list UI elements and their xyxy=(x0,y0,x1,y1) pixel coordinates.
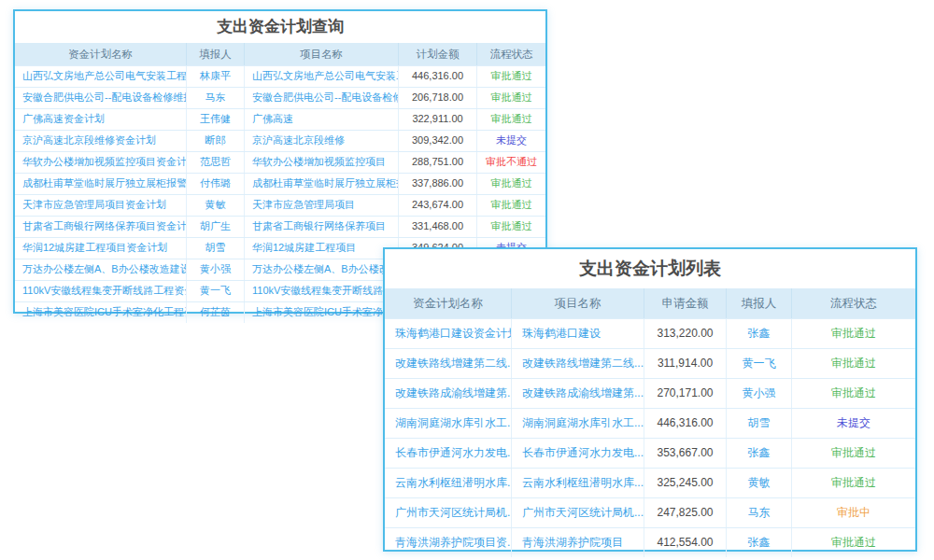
cell-project-name: 上海市美容医院ICU手术室净化 xyxy=(244,302,398,323)
cell-project-name: 长春市伊通河水力发电... xyxy=(511,439,644,468)
query-column-header-planned-amount: 计划金额 xyxy=(398,43,476,65)
cell-reporter: 黄敏 xyxy=(726,469,791,497)
cell-plan-name: 上海市美容医院ICU手术室净化工程资 xyxy=(15,302,186,323)
cell-plan-name: 安徽合肥供电公司--配电设备检修维护 xyxy=(15,88,186,108)
list-column-header-request-amount: 申请金额 xyxy=(644,288,726,318)
cell-status: 审批通过 xyxy=(476,195,545,216)
cell-reporter: 黄小强 xyxy=(186,259,244,280)
status-badge: 审批通过 xyxy=(491,220,532,231)
cell-plan-name: 华润12城房建工程项目资金计划 xyxy=(15,238,186,259)
cell-plan-name: 广佛高速资金计划 xyxy=(15,109,186,130)
cell-planned-amount: 288,751.00 xyxy=(398,152,476,173)
query-table-row[interactable]: 甘肃省工商银行网络保养项目资金计划 胡广生 甘肃省工商银行网络保养项目 331,… xyxy=(15,216,545,237)
list-column-header-project-name: 项目名称 xyxy=(511,288,644,318)
query-column-header-plan-name: 资金计划名称 xyxy=(15,43,186,65)
cell-plan-name: 成都杜甫草堂临时展厅独立展柜报警设 xyxy=(15,174,186,194)
cell-status: 未提交 xyxy=(476,131,545,151)
status-badge: 审批通过 xyxy=(491,91,532,103)
cell-reporter: 张鑫 xyxy=(726,439,791,468)
page: 支出资金计划查询 资金计划名称 填报人 项目名称 计划金额 流程状态 山西弘文房… xyxy=(0,0,934,560)
cell-project-name: 广佛高速 xyxy=(244,109,398,130)
status-badge: 审批中 xyxy=(837,506,870,519)
query-table-row[interactable]: 天津市应急管理局项目资金计划 黄敏 天津市应急管理局项目 243,674.00 … xyxy=(15,194,545,216)
cell-project-name: 改建铁路成渝线增建第... xyxy=(511,379,644,408)
status-badge: 审批不通过 xyxy=(486,156,537,167)
status-badge: 审批通过 xyxy=(831,536,876,549)
query-column-header-status: 流程状态 xyxy=(476,43,545,65)
cell-plan-name: 万达办公楼左侧A、B办公楼改造建设 xyxy=(15,259,186,280)
cell-plan-name: 京沪高速北京段维修资金计划 xyxy=(15,131,186,151)
cell-request-amount: 446,316.00 xyxy=(644,409,726,438)
cell-planned-amount: 331,468.00 xyxy=(398,217,476,237)
list-column-header-status: 流程状态 xyxy=(791,288,915,318)
cell-plan-name: 改建铁路成渝线增建第... xyxy=(385,379,511,408)
cell-status: 审批通过 xyxy=(791,469,915,497)
cell-project-name: 华润12城房建工程项目 xyxy=(244,238,398,259)
query-table-row[interactable]: 成都杜甫草堂临时展厅独立展柜报警设 付伟璐 成都杜甫草堂临时展厅独立展柜报警 3… xyxy=(15,173,545,194)
list-table-row[interactable]: 改建铁路线增建第二线... 改建铁路线增建第二线... 311,914.00 黄… xyxy=(385,348,915,378)
cell-plan-name: 甘肃省工商银行网络保养项目资金计划 xyxy=(15,217,186,237)
cell-plan-name: 广州市天河区统计局机... xyxy=(385,498,511,527)
cell-project-name: 广州市天河区统计局机... xyxy=(511,498,644,527)
cell-reporter: 胡雪 xyxy=(726,409,791,438)
list-table-row[interactable]: 湖南洞庭湖水库引水工... 湖南洞庭湖水库引水工... 446,316.00 胡… xyxy=(385,408,915,438)
cell-project-name: 湖南洞庭湖水库引水工... xyxy=(511,409,644,438)
cell-project-name: 青海洪湖养护院项目 xyxy=(511,528,644,557)
list-panel-title: 支出资金计划列表 xyxy=(385,249,915,288)
cell-reporter: 黄敏 xyxy=(186,195,244,216)
cell-project-name: 京沪高速北京段维修 xyxy=(244,131,398,151)
cell-reporter: 林康平 xyxy=(186,66,244,87)
cell-project-name: 天津市应急管理局项目 xyxy=(244,195,398,216)
list-table-row[interactable]: 改建铁路成渝线增建第... 改建铁路成渝线增建第... 270,171.00 黄… xyxy=(385,378,915,408)
cell-reporter: 断郎 xyxy=(186,131,244,151)
cell-status: 审批通过 xyxy=(791,379,915,408)
cell-reporter: 马东 xyxy=(726,498,791,527)
cell-planned-amount: 206,718.00 xyxy=(398,88,476,108)
cell-reporter: 王伟健 xyxy=(186,109,244,130)
query-table-row[interactable]: 广佛高速资金计划 王伟健 广佛高速 322,911.00 审批通过 xyxy=(15,108,545,130)
cell-status: 审批通过 xyxy=(476,66,545,87)
status-badge: 审批通过 xyxy=(491,177,532,189)
cell-status: 审批通过 xyxy=(791,319,915,348)
list-column-header-reporter: 填报人 xyxy=(726,288,791,318)
cell-reporter: 马东 xyxy=(186,88,244,108)
cell-plan-name: 改建铁路线增建第二线... xyxy=(385,349,511,378)
cell-plan-name: 110kV安徽线程集变开断线路工程资金 xyxy=(15,281,186,301)
cell-plan-name: 湖南洞庭湖水库引水工... xyxy=(385,409,511,438)
cell-status: 审批通过 xyxy=(791,528,915,557)
cell-reporter: 黄一飞 xyxy=(186,281,244,301)
cell-plan-name: 华软办公楼增加视频监控项目资金计划 xyxy=(15,152,186,173)
cell-status: 审批中 xyxy=(791,498,915,527)
cell-project-name: 安徽合肥供电公司--配电设备检修维护 xyxy=(244,88,398,108)
cell-project-name: 山西弘文房地产总公司电气安装工程 xyxy=(244,66,398,87)
cell-planned-amount: 337,886.00 xyxy=(398,174,476,194)
query-panel-title: 支出资金计划查询 xyxy=(15,11,545,43)
list-table-row[interactable]: 青海洪湖养护院项目资... 青海洪湖养护院项目 412,554.00 张鑫 审批… xyxy=(385,527,915,557)
status-badge: 审批通过 xyxy=(491,199,532,210)
query-table-row[interactable]: 华软办公楼增加视频监控项目资金计划 范思哲 华软办公楼增加视频监控项目 288,… xyxy=(15,151,545,173)
cell-reporter: 张鑫 xyxy=(726,528,791,557)
list-table: 资金计划名称 项目名称 申请金额 填报人 流程状态 珠海鹤港口建设资金计划 珠海… xyxy=(385,288,915,557)
cell-reporter: 胡雪 xyxy=(186,238,244,259)
cell-reporter: 黄小强 xyxy=(726,379,791,408)
cell-project-name: 珠海鹤港口建设 xyxy=(511,319,644,348)
cell-planned-amount: 309,342.00 xyxy=(398,131,476,151)
list-table-row[interactable]: 广州市天河区统计局机... 广州市天河区统计局机... 247,825.00 马… xyxy=(385,497,915,527)
cell-status: 审批通过 xyxy=(791,439,915,468)
query-table-row[interactable]: 山西弘文房地产总公司电气安装工程资 林康平 山西弘文房地产总公司电气安装工程 4… xyxy=(15,65,545,87)
cell-request-amount: 270,171.00 xyxy=(644,379,726,408)
cell-status: 审批通过 xyxy=(476,109,545,130)
cell-plan-name: 山西弘文房地产总公司电气安装工程资 xyxy=(15,66,186,87)
cell-status: 审批通过 xyxy=(476,217,545,237)
list-table-row[interactable]: 长春市伊通河水力发电... 长春市伊通河水力发电... 353,667.00 张… xyxy=(385,438,915,468)
query-table-row[interactable]: 安徽合肥供电公司--配电设备检修维护 马东 安徽合肥供电公司--配电设备检修维护… xyxy=(15,87,545,108)
query-table-row[interactable]: 京沪高速北京段维修资金计划 断郎 京沪高速北京段维修 309,342.00 未提… xyxy=(15,130,545,151)
status-badge: 审批通过 xyxy=(831,476,876,489)
list-table-row[interactable]: 云南水利枢纽潜明水库... 云南水利枢纽潜明水库... 325,245.00 黄… xyxy=(385,468,915,497)
list-table-row[interactable]: 珠海鹤港口建设资金计划 珠海鹤港口建设 313,220.00 张鑫 审批通过 xyxy=(385,318,915,348)
cell-plan-name: 云南水利枢纽潜明水库... xyxy=(385,469,511,497)
query-table-header-row: 资金计划名称 填报人 项目名称 计划金额 流程状态 xyxy=(15,43,545,65)
status-badge: 审批通过 xyxy=(831,446,876,459)
status-badge: 未提交 xyxy=(837,416,870,429)
cell-planned-amount: 243,674.00 xyxy=(398,195,476,216)
